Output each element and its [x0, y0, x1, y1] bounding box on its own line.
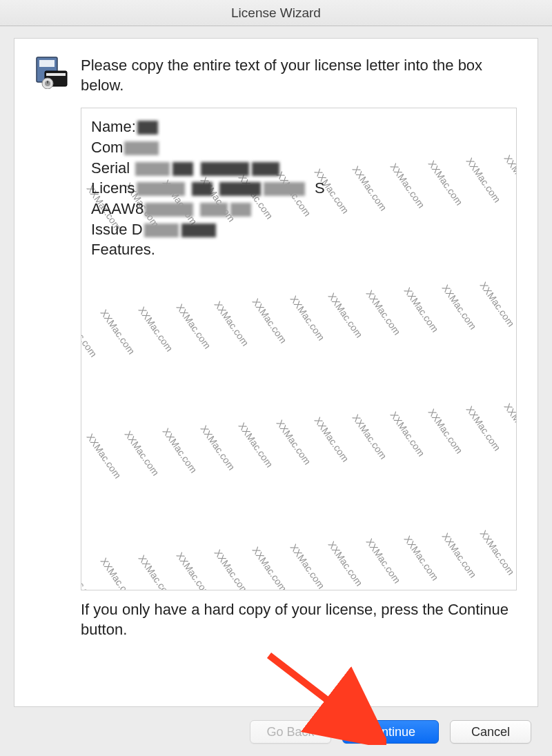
watermark-text: XXMac.com — [313, 415, 351, 464]
svg-rect-1 — [39, 60, 55, 67]
dialog-content: Please copy the entire text of your lice… — [14, 38, 538, 707]
watermark-text: XXMac.com — [426, 407, 465, 456]
watermark-text: XXMac.com — [250, 545, 289, 590]
watermark-text: XXMac.com — [402, 286, 441, 335]
watermark-text: XXMac.com — [516, 526, 517, 575]
watermark-text: XXMac.com — [388, 410, 427, 459]
watermark-text: XXMac.com — [364, 537, 403, 586]
watermark-text: XXMac.com — [326, 291, 365, 340]
watermark-text: XXMac.com — [123, 429, 161, 478]
watermark-text: XXMac.com — [137, 553, 175, 590]
watermark-text: XXMac.com — [137, 305, 175, 354]
redacted-block — [137, 182, 185, 196]
watermark-text: XXMac.com — [237, 421, 275, 470]
cancel-button[interactable]: Cancel — [450, 720, 531, 744]
watermark-text: XXMac.com — [85, 432, 124, 481]
watermark-text: XXMac.com — [81, 186, 86, 235]
svg-rect-6 — [47, 81, 48, 83]
watermark-text: XXMac.com — [502, 401, 517, 450]
redacted-block — [201, 162, 249, 176]
redacted-block — [172, 162, 193, 176]
watermark-text: XXMac.com — [99, 308, 137, 357]
svg-rect-3 — [46, 73, 66, 76]
watermark-text: XXMac.com — [81, 559, 99, 590]
bottom-instruction: If you only have a hard copy of your lic… — [81, 600, 517, 639]
redacted-block — [144, 223, 179, 237]
watermark-text: XXMac.com — [478, 528, 517, 577]
redacted-block — [252, 162, 279, 176]
watermark-text: XXMac.com — [288, 542, 327, 590]
redacted-block — [230, 203, 251, 217]
redacted-block — [124, 141, 159, 155]
button-row: Go Back Continue Cancel — [250, 720, 531, 744]
redacted-block — [181, 223, 216, 237]
watermark-text: XXMac.com — [213, 548, 251, 590]
watermark-text: XXMac.com — [175, 550, 213, 590]
redacted-block — [219, 182, 261, 196]
watermark-text: XXMac.com — [364, 288, 403, 337]
watermark-text: XXMac.com — [199, 424, 237, 472]
watermark-text: XXMac.com — [440, 531, 479, 580]
app-icon — [35, 56, 68, 89]
watermark-text: XXMac.com — [440, 283, 479, 332]
go-back-button[interactable]: Go Back — [250, 720, 331, 744]
watermark-text: XXMac.com — [288, 294, 327, 343]
redacted-block — [135, 162, 170, 176]
watermark-text: XXMac.com — [516, 277, 517, 326]
redacted-block — [192, 182, 213, 196]
continue-button[interactable]: Continue — [342, 720, 439, 744]
window-titlebar: License Wizard — [0, 0, 552, 26]
window-title: License Wizard — [231, 6, 321, 21]
watermark-text: XXMac.com — [99, 556, 137, 590]
watermark-text: XXMac.com — [161, 426, 199, 475]
redacted-block — [200, 203, 228, 217]
instruction-text: Please copy the entire text of your lice… — [81, 56, 517, 95]
header-row: Please copy the entire text of your lice… — [35, 56, 517, 95]
watermark-text: XXMac.com — [175, 302, 213, 351]
watermark-text: XXMac.com — [402, 534, 441, 583]
watermark-text: XXMac.com — [81, 435, 86, 484]
watermark-text: XXMac.com — [81, 310, 99, 359]
watermark-text: XXMac.com — [250, 297, 289, 346]
watermark-text: XXMac.com — [478, 280, 517, 329]
license-text-input[interactable]: Name: Com Serial Licens S AAAW8 Issue D … — [81, 108, 517, 590]
redacted-block — [264, 182, 305, 196]
watermark-text: XXMac.com — [275, 418, 313, 467]
watermark-text: XXMac.com — [351, 412, 389, 461]
watermark-text: XXMac.com — [326, 539, 365, 588]
license-text-content: Name: Com Serial Licens S AAAW8 Issue D … — [91, 117, 506, 260]
watermark-text: XXMac.com — [213, 299, 251, 348]
watermark-text: XXMac.com — [464, 404, 503, 453]
redacted-block — [145, 203, 193, 217]
redacted-block — [137, 121, 158, 135]
